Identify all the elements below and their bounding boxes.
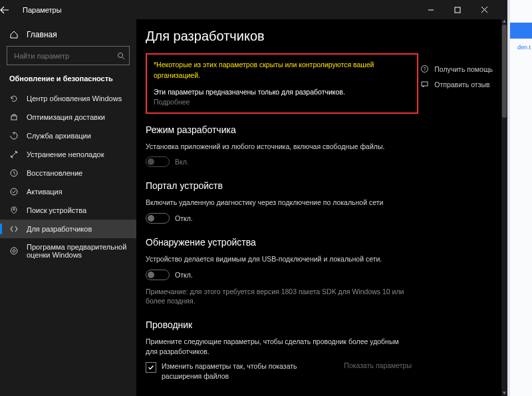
sidebar-item-delivery-optimization[interactable]: Оптимизация доставки — [0, 108, 136, 126]
sidebar: Главная Обновление и безопасность Центр … — [0, 19, 136, 396]
checkbox-label: Изменить параметры так, чтобы показать р… — [162, 361, 334, 381]
sidebar-item-label: Служба архивации — [27, 132, 91, 140]
svg-point-7 — [13, 250, 15, 252]
svg-point-1 — [118, 53, 123, 57]
sidebar-item-label: Восстановление — [27, 169, 82, 177]
sidebar-item-recovery[interactable]: Восстановление — [0, 164, 136, 182]
developer-mode-toggle[interactable]: Вкл. — [146, 156, 412, 167]
svg-rect-10 — [422, 82, 428, 86]
home-label: Главная — [27, 30, 57, 39]
sidebar-item-activation[interactable]: Активация — [0, 182, 136, 201]
troubleshoot-icon — [9, 150, 19, 159]
sidebar-item-windows-update[interactable]: Центр обновления Windows — [0, 89, 136, 108]
sidebar-item-label: Активация — [27, 188, 63, 196]
device-portal-section: Портал устройств Включить удаленную диаг… — [146, 180, 412, 224]
toggle-label: Вкл. — [175, 158, 189, 166]
device-discovery-section: Обнаружение устройства Устройство делает… — [146, 237, 412, 306]
sidebar-item-label: Устранение неполадок — [27, 150, 104, 158]
svg-point-4 — [11, 188, 17, 195]
search-box[interactable] — [7, 46, 130, 65]
insider-icon — [9, 246, 19, 256]
feedback-label: Отправить отзыв — [434, 81, 489, 89]
explorer-check-file-extensions[interactable]: Изменить параметры так, чтобы показать р… — [146, 361, 412, 381]
sidebar-item-for-developers[interactable]: Для разработчиков — [0, 220, 136, 238]
show-settings-link[interactable]: Показать параметры — [344, 361, 412, 369]
sidebar-item-insider-program[interactable]: Программа предварительной оценки Windows — [0, 238, 136, 264]
help-icon: ? — [420, 65, 429, 73]
org-notice-box: *Некоторые из этих параметров скрыты или… — [146, 53, 418, 114]
sync-icon — [9, 94, 19, 103]
vertical-scrollbar[interactable]: ▲ ▼ — [501, 19, 507, 396]
explorer-section: Проводник Примените следующие параметры,… — [146, 319, 412, 381]
device-discovery-toggle[interactable]: Откл. — [146, 270, 412, 280]
help-panel: ? Получить помощь Отправить отзыв — [420, 65, 493, 95]
sidebar-item-troubleshoot[interactable]: Устранение неполадок — [0, 145, 136, 164]
home-icon — [9, 30, 19, 39]
back-button[interactable] — [0, 6, 23, 14]
backup-icon — [9, 131, 19, 140]
scroll-down-arrow[interactable]: ▼ — [501, 390, 507, 396]
search-input[interactable] — [13, 51, 117, 61]
sidebar-item-find-device[interactable]: Поиск устройства — [0, 201, 136, 220]
device-portal-desc: Включить удаленную диагностику через под… — [146, 198, 412, 208]
sidebar-item-label: Поиск устройства — [27, 206, 86, 214]
browser-right-strip: den.t — [510, 0, 532, 396]
device-discovery-note: Примечание: для этого требуется версия 1… — [146, 287, 412, 306]
svg-text:?: ? — [424, 67, 426, 71]
recovery-icon — [9, 168, 19, 178]
sidebar-section-title: Обновление и безопасность — [0, 75, 136, 89]
titlebar: Параметры — [0, 0, 507, 19]
device-discovery-heading: Обнаружение устройства — [146, 237, 412, 248]
svg-point-6 — [11, 248, 17, 254]
developer-mode-desc: Установка приложений из любого источника… — [146, 142, 412, 152]
svg-rect-0 — [455, 7, 460, 13]
sidebar-item-label: Центр обновления Windows — [27, 95, 122, 102]
svg-rect-2 — [11, 116, 17, 120]
get-help-link[interactable]: ? Получить помощь — [420, 65, 493, 73]
settings-window: Параметры Главная — [0, 0, 507, 396]
sidebar-item-label: Оптимизация доставки — [27, 113, 105, 121]
scroll-up-arrow[interactable]: ▲ — [501, 19, 507, 25]
close-button[interactable] — [481, 6, 507, 13]
sidebar-item-label: Для разработчиков — [27, 225, 92, 233]
developer-mode-section: Режим разработчика Установка приложений … — [146, 124, 412, 168]
browser-tab-strip — [510, 23, 532, 39]
search-icon — [117, 52, 125, 60]
address-fragment: den.t — [517, 44, 531, 51]
find-device-icon — [9, 206, 19, 215]
feedback-icon — [420, 80, 429, 89]
explorer-desc: Примените следующие параметры, чтобы сде… — [146, 337, 412, 356]
dev-only-text: Эти параметры предназначены только для р… — [154, 88, 410, 96]
learn-more-link[interactable]: Подробнее — [154, 98, 410, 106]
delivery-icon — [9, 112, 19, 122]
content-area: Для разработчиков *Некоторые из этих пар… — [136, 19, 507, 396]
svg-point-5 — [13, 208, 15, 210]
org-warning-text: *Некоторые из этих параметров скрыты или… — [154, 60, 410, 81]
home-link[interactable]: Главная — [0, 26, 136, 46]
device-portal-heading: Портал устройств — [146, 180, 412, 191]
minimize-button[interactable] — [428, 7, 454, 13]
toggle-label: Откл. — [175, 271, 193, 279]
sidebar-item-backup[interactable]: Служба архивации — [0, 126, 136, 145]
device-portal-toggle[interactable]: Откл. — [146, 213, 412, 224]
sidebar-nav: Центр обновления Windows Оптимизация дос… — [0, 89, 136, 264]
maximize-button[interactable] — [454, 7, 481, 13]
window-title: Параметры — [23, 6, 62, 14]
sidebar-item-label: Программа предварительной оценки Windows — [27, 243, 127, 259]
developer-mode-heading: Режим разработчика — [146, 124, 412, 135]
toggle-label: Откл. — [175, 214, 193, 222]
page-title: Для разработчиков — [146, 29, 501, 44]
activation-icon — [9, 187, 19, 196]
explorer-heading: Проводник — [146, 319, 412, 330]
device-discovery-desc: Устройство делается видимым для USB-подк… — [146, 254, 412, 264]
feedback-link[interactable]: Отправить отзыв — [420, 80, 493, 89]
get-help-label: Получить помощь — [434, 65, 493, 73]
checkbox-icon — [146, 362, 156, 373]
scrollbar-thumb[interactable] — [502, 25, 507, 118]
developer-icon — [9, 224, 19, 234]
